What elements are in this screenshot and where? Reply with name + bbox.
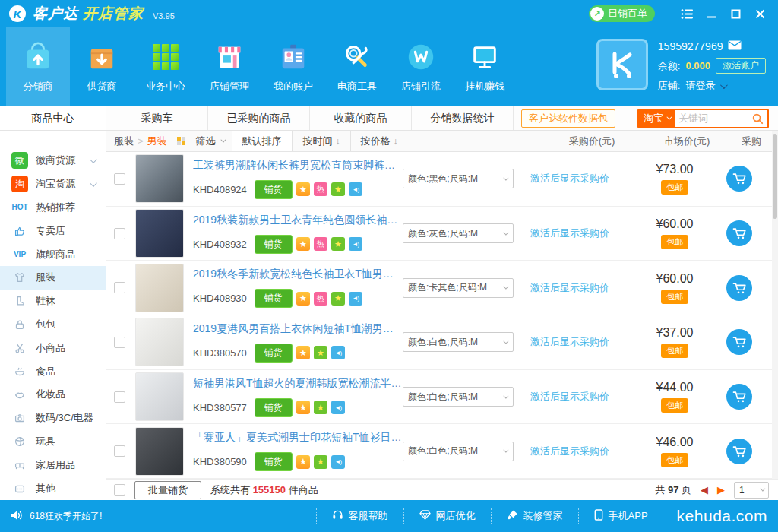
sku-select[interactable]: 颜色:灰色;尺码:M [403,223,514,243]
select-all-checkbox[interactable] [114,484,125,496]
purchase-price-hint[interactable]: 激活后显示采购价 [523,172,637,185]
menu-list-icon[interactable] [675,0,699,27]
spread-goods-button[interactable]: 铺货 [255,235,293,254]
tab-favorite-goods[interactable]: 收藏的商品 [310,106,412,130]
product-image[interactable] [135,209,184,258]
sort-by-price[interactable]: 按价格 ↓ [350,131,408,151]
nav-item-shop-traffic[interactable]: 店铺引流 [389,27,453,106]
nav-item-my-account[interactable]: 我的账户 [261,27,325,106]
minimize-button[interactable] [699,0,723,27]
sku-select[interactable]: 颜色:黑色;尺码:M [403,169,514,188]
search-input[interactable] [675,110,748,127]
row-checkbox[interactable] [114,391,125,403]
purchase-price-hint[interactable]: 激活后显示采购价 [523,226,637,240]
login-link[interactable]: 请登录 [685,79,715,93]
close-button[interactable] [748,0,772,27]
nav-item-idle-earning[interactable]: 挂机赚钱 [453,27,517,106]
next-page-button[interactable]: ▶ [717,485,725,495]
sidebar-item-shoes-socks[interactable]: 鞋袜 [0,290,106,313]
row-checkbox[interactable] [114,282,125,293]
spread-goods-button[interactable]: 铺货 [255,344,293,363]
breadcrumb-root[interactable]: 服装 [114,135,134,148]
product-image[interactable] [135,154,184,203]
tab-purchase-cart[interactable]: 采购车 [106,106,208,130]
add-to-cart-button[interactable] [726,275,752,301]
account-avatar[interactable] [596,39,648,90]
sidebar-item-taobao-source[interactable]: 淘 淘宝货源 [0,173,106,196]
purchase-price-hint[interactable]: 激活后显示采购价 [523,390,637,404]
product-title-link[interactable]: 「赛亚人」夏美式潮男士印花短袖T恤衫日系... [193,431,403,445]
nav-item-shop-management[interactable]: 店铺管理 [198,27,261,106]
sidebar-item-other[interactable]: 其他 [0,477,106,500]
product-image[interactable] [135,427,184,476]
maximize-button[interactable] [723,0,748,27]
promo-badge[interactable]: ↗ 日销百单 [589,5,655,22]
add-to-cart-button[interactable] [726,329,752,355]
link-decoration-manager[interactable]: 装修管家 [491,508,578,524]
sidebar-item-food[interactable]: 食品 [0,359,106,383]
grid-view-icon[interactable] [177,137,185,145]
tab-purchased-goods[interactable]: 已采购的商品 [208,106,310,130]
nav-item-supplier[interactable]: 供货商 [70,27,134,106]
product-title-link[interactable]: 工装裤男潮牌休闲长裤男宽松直筒束脚裤秋季... [193,159,403,173]
sidebar-item-digital-3c[interactable]: 数码/3C/电器 [0,407,106,430]
prev-page-button[interactable]: ◀ [701,485,708,495]
tab-distribution-stats[interactable]: 分销数据统计 [412,106,514,130]
batch-spread-button[interactable]: 批量铺货 [134,481,201,499]
sidebar-item-wechat-source[interactable]: 微 微商货源 [0,149,106,173]
nav-item-ecommerce-tools[interactable]: 电商工具 [325,27,389,106]
sidebar-item-cosmetics[interactable]: 化妆品 [0,383,106,407]
product-title-link[interactable]: 短袖男港风T恤超火的夏潮韩版宽松潮流半袖... [193,377,403,391]
add-to-cart-button[interactable] [726,166,752,192]
add-to-cart-button[interactable] [726,439,752,464]
page-number-select[interactable]: 1 [734,482,769,499]
filter-toggle[interactable]: 筛选 [193,131,232,151]
sidebar-item-clothing[interactable]: 服装 [0,266,106,290]
search-icon[interactable] [748,110,767,127]
product-title-link[interactable]: 2019夏港风男百搭上衣休闲短袖T恤潮男装韩... [193,322,403,336]
spread-goods-button[interactable]: 铺货 [255,289,293,308]
vertical-scrollbar[interactable] [772,131,778,479]
mail-icon[interactable] [728,40,742,52]
chevron-down-icon[interactable] [720,81,728,89]
spread-goods-button[interactable]: 铺货 [255,398,293,417]
product-title-link[interactable]: 2019秋冬季新款宽松纯色长袖卫衣T恤男印花... [193,268,403,281]
add-to-cart-button[interactable] [726,384,752,410]
row-checkbox[interactable] [114,173,125,185]
add-to-cart-button[interactable] [726,220,752,246]
nav-item-business-center[interactable]: 业务中心 [134,27,198,106]
row-checkbox[interactable] [114,228,125,239]
link-customer-help[interactable]: 客服帮助 [316,508,403,524]
link-mobile-app[interactable]: 手机APP [578,508,663,524]
row-checkbox[interactable] [114,337,125,348]
spread-goods-button[interactable]: 铺货 [255,452,293,471]
sku-select[interactable]: 颜色:白色;尺码:M [403,442,514,461]
purchase-price-hint[interactable]: 激活后显示采购价 [523,335,637,349]
sort-default[interactable]: 默认排序 [232,131,293,151]
search-engine-select[interactable]: 淘宝 [639,110,675,127]
sort-by-time[interactable]: 按时间 ↓ [293,131,350,151]
product-image[interactable] [135,318,184,366]
link-shop-optimize[interactable]: 网店优化 [403,508,491,524]
tab-product-center[interactable]: 商品中心 [0,106,106,131]
data-pack-button[interactable]: 客户达软件数据包 [521,109,615,128]
purchase-price-hint[interactable]: 激活后显示采购价 [523,445,637,458]
activate-account-button[interactable]: 激活账户 [716,58,766,74]
sidebar-item-hot-picks[interactable]: HOT 热销推荐 [0,196,106,220]
sidebar-item-specialty-store[interactable]: 专卖店 [0,219,106,242]
product-image[interactable] [135,264,184,312]
product-image[interactable] [135,372,184,421]
row-checkbox[interactable] [114,445,125,457]
product-title-link[interactable]: 2019秋装新款男士卫衣青年纯色圆领长袖T恤... [193,214,403,227]
sku-select[interactable]: 颜色:卡其色;尺码:M [403,278,514,298]
sidebar-item-flagship[interactable]: VIP 旗舰商品 [0,242,106,266]
nav-item-distributor[interactable]: 分销商 [6,27,70,106]
sidebar-item-small-goods[interactable]: 小商品 [0,336,106,359]
sku-select[interactable]: 颜色:白色;尺码:M [403,332,514,352]
scrollbar-thumb[interactable] [773,134,777,219]
spread-goods-button[interactable]: 铺货 [255,180,293,199]
sidebar-item-toys[interactable]: 玩具 [0,430,106,454]
purchase-price-hint[interactable]: 激活后显示采购价 [523,281,637,295]
breadcrumb-current[interactable]: 男装 [147,135,167,148]
sidebar-item-bags[interactable]: 包包 [0,313,106,337]
